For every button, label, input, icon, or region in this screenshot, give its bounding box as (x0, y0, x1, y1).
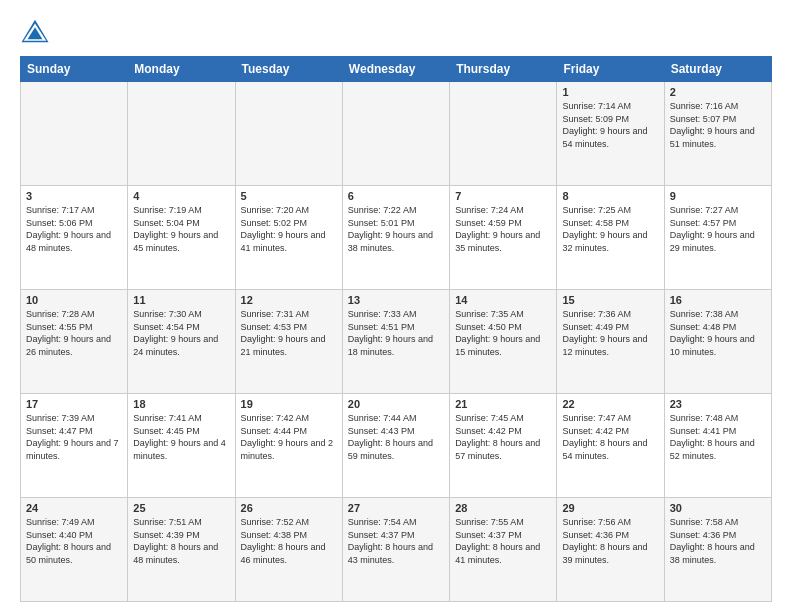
day-number: 22 (562, 398, 658, 410)
calendar-cell: 16Sunrise: 7:38 AM Sunset: 4:48 PM Dayli… (664, 290, 771, 394)
calendar-week-row: 17Sunrise: 7:39 AM Sunset: 4:47 PM Dayli… (21, 394, 772, 498)
calendar-cell: 9Sunrise: 7:27 AM Sunset: 4:57 PM Daylig… (664, 186, 771, 290)
day-info: Sunrise: 7:17 AM Sunset: 5:06 PM Dayligh… (26, 204, 122, 254)
day-info: Sunrise: 7:42 AM Sunset: 4:44 PM Dayligh… (241, 412, 337, 462)
day-number: 4 (133, 190, 229, 202)
header (20, 16, 772, 46)
day-info: Sunrise: 7:33 AM Sunset: 4:51 PM Dayligh… (348, 308, 444, 358)
day-number: 26 (241, 502, 337, 514)
calendar-cell: 18Sunrise: 7:41 AM Sunset: 4:45 PM Dayli… (128, 394, 235, 498)
calendar-cell: 1Sunrise: 7:14 AM Sunset: 5:09 PM Daylig… (557, 82, 664, 186)
day-number: 12 (241, 294, 337, 306)
day-info: Sunrise: 7:35 AM Sunset: 4:50 PM Dayligh… (455, 308, 551, 358)
calendar-cell: 14Sunrise: 7:35 AM Sunset: 4:50 PM Dayli… (450, 290, 557, 394)
day-info: Sunrise: 7:58 AM Sunset: 4:36 PM Dayligh… (670, 516, 766, 566)
day-info: Sunrise: 7:20 AM Sunset: 5:02 PM Dayligh… (241, 204, 337, 254)
day-info: Sunrise: 7:24 AM Sunset: 4:59 PM Dayligh… (455, 204, 551, 254)
calendar-cell: 6Sunrise: 7:22 AM Sunset: 5:01 PM Daylig… (342, 186, 449, 290)
day-number: 25 (133, 502, 229, 514)
day-info: Sunrise: 7:54 AM Sunset: 4:37 PM Dayligh… (348, 516, 444, 566)
logo (20, 16, 54, 46)
calendar-cell: 30Sunrise: 7:58 AM Sunset: 4:36 PM Dayli… (664, 498, 771, 602)
day-number: 28 (455, 502, 551, 514)
day-number: 17 (26, 398, 122, 410)
calendar-cell: 8Sunrise: 7:25 AM Sunset: 4:58 PM Daylig… (557, 186, 664, 290)
day-info: Sunrise: 7:55 AM Sunset: 4:37 PM Dayligh… (455, 516, 551, 566)
day-info: Sunrise: 7:39 AM Sunset: 4:47 PM Dayligh… (26, 412, 122, 462)
weekday-header-wednesday: Wednesday (342, 57, 449, 82)
calendar-cell: 2Sunrise: 7:16 AM Sunset: 5:07 PM Daylig… (664, 82, 771, 186)
calendar-cell (235, 82, 342, 186)
day-info: Sunrise: 7:51 AM Sunset: 4:39 PM Dayligh… (133, 516, 229, 566)
day-number: 23 (670, 398, 766, 410)
day-info: Sunrise: 7:44 AM Sunset: 4:43 PM Dayligh… (348, 412, 444, 462)
day-number: 1 (562, 86, 658, 98)
day-number: 27 (348, 502, 444, 514)
day-info: Sunrise: 7:47 AM Sunset: 4:42 PM Dayligh… (562, 412, 658, 462)
day-info: Sunrise: 7:14 AM Sunset: 5:09 PM Dayligh… (562, 100, 658, 150)
day-info: Sunrise: 7:31 AM Sunset: 4:53 PM Dayligh… (241, 308, 337, 358)
day-info: Sunrise: 7:28 AM Sunset: 4:55 PM Dayligh… (26, 308, 122, 358)
day-info: Sunrise: 7:38 AM Sunset: 4:48 PM Dayligh… (670, 308, 766, 358)
calendar-table: SundayMondayTuesdayWednesdayThursdayFrid… (20, 56, 772, 602)
day-number: 8 (562, 190, 658, 202)
weekday-header-sunday: Sunday (21, 57, 128, 82)
day-info: Sunrise: 7:16 AM Sunset: 5:07 PM Dayligh… (670, 100, 766, 150)
day-info: Sunrise: 7:41 AM Sunset: 4:45 PM Dayligh… (133, 412, 229, 462)
day-number: 30 (670, 502, 766, 514)
day-number: 20 (348, 398, 444, 410)
day-info: Sunrise: 7:27 AM Sunset: 4:57 PM Dayligh… (670, 204, 766, 254)
calendar-cell: 23Sunrise: 7:48 AM Sunset: 4:41 PM Dayli… (664, 394, 771, 498)
day-number: 29 (562, 502, 658, 514)
calendar-cell: 4Sunrise: 7:19 AM Sunset: 5:04 PM Daylig… (128, 186, 235, 290)
day-info: Sunrise: 7:19 AM Sunset: 5:04 PM Dayligh… (133, 204, 229, 254)
calendar-cell: 24Sunrise: 7:49 AM Sunset: 4:40 PM Dayli… (21, 498, 128, 602)
day-info: Sunrise: 7:52 AM Sunset: 4:38 PM Dayligh… (241, 516, 337, 566)
calendar-cell (128, 82, 235, 186)
calendar-cell (342, 82, 449, 186)
weekday-header-tuesday: Tuesday (235, 57, 342, 82)
day-number: 24 (26, 502, 122, 514)
page: SundayMondayTuesdayWednesdayThursdayFrid… (0, 0, 792, 612)
calendar-cell: 27Sunrise: 7:54 AM Sunset: 4:37 PM Dayli… (342, 498, 449, 602)
day-number: 3 (26, 190, 122, 202)
calendar-cell: 26Sunrise: 7:52 AM Sunset: 4:38 PM Dayli… (235, 498, 342, 602)
calendar-cell: 3Sunrise: 7:17 AM Sunset: 5:06 PM Daylig… (21, 186, 128, 290)
calendar-cell: 17Sunrise: 7:39 AM Sunset: 4:47 PM Dayli… (21, 394, 128, 498)
weekday-header-friday: Friday (557, 57, 664, 82)
day-number: 13 (348, 294, 444, 306)
calendar-cell: 29Sunrise: 7:56 AM Sunset: 4:36 PM Dayli… (557, 498, 664, 602)
day-number: 15 (562, 294, 658, 306)
calendar-week-row: 1Sunrise: 7:14 AM Sunset: 5:09 PM Daylig… (21, 82, 772, 186)
day-number: 11 (133, 294, 229, 306)
calendar-cell: 20Sunrise: 7:44 AM Sunset: 4:43 PM Dayli… (342, 394, 449, 498)
calendar-week-row: 3Sunrise: 7:17 AM Sunset: 5:06 PM Daylig… (21, 186, 772, 290)
weekday-header-saturday: Saturday (664, 57, 771, 82)
calendar-cell: 28Sunrise: 7:55 AM Sunset: 4:37 PM Dayli… (450, 498, 557, 602)
day-info: Sunrise: 7:22 AM Sunset: 5:01 PM Dayligh… (348, 204, 444, 254)
calendar-week-row: 24Sunrise: 7:49 AM Sunset: 4:40 PM Dayli… (21, 498, 772, 602)
calendar-header-row: SundayMondayTuesdayWednesdayThursdayFrid… (21, 57, 772, 82)
calendar-cell: 10Sunrise: 7:28 AM Sunset: 4:55 PM Dayli… (21, 290, 128, 394)
day-info: Sunrise: 7:45 AM Sunset: 4:42 PM Dayligh… (455, 412, 551, 462)
calendar-cell: 25Sunrise: 7:51 AM Sunset: 4:39 PM Dayli… (128, 498, 235, 602)
calendar-cell: 19Sunrise: 7:42 AM Sunset: 4:44 PM Dayli… (235, 394, 342, 498)
day-info: Sunrise: 7:48 AM Sunset: 4:41 PM Dayligh… (670, 412, 766, 462)
day-info: Sunrise: 7:36 AM Sunset: 4:49 PM Dayligh… (562, 308, 658, 358)
calendar-week-row: 10Sunrise: 7:28 AM Sunset: 4:55 PM Dayli… (21, 290, 772, 394)
calendar-cell: 5Sunrise: 7:20 AM Sunset: 5:02 PM Daylig… (235, 186, 342, 290)
day-number: 18 (133, 398, 229, 410)
day-number: 9 (670, 190, 766, 202)
day-info: Sunrise: 7:49 AM Sunset: 4:40 PM Dayligh… (26, 516, 122, 566)
day-info: Sunrise: 7:25 AM Sunset: 4:58 PM Dayligh… (562, 204, 658, 254)
weekday-header-monday: Monday (128, 57, 235, 82)
calendar-cell: 12Sunrise: 7:31 AM Sunset: 4:53 PM Dayli… (235, 290, 342, 394)
calendar-cell: 7Sunrise: 7:24 AM Sunset: 4:59 PM Daylig… (450, 186, 557, 290)
day-number: 7 (455, 190, 551, 202)
day-number: 21 (455, 398, 551, 410)
day-number: 19 (241, 398, 337, 410)
day-number: 16 (670, 294, 766, 306)
calendar-cell: 21Sunrise: 7:45 AM Sunset: 4:42 PM Dayli… (450, 394, 557, 498)
day-number: 6 (348, 190, 444, 202)
day-number: 2 (670, 86, 766, 98)
